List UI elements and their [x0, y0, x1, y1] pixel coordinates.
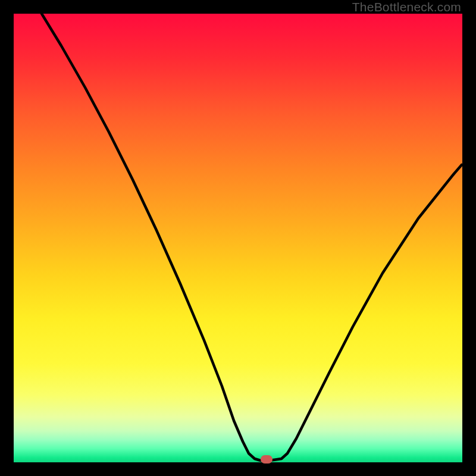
chart-plot-area: [14, 14, 462, 462]
chart-frame: TheBottleneck.com: [0, 0, 476, 476]
curve-path: [42, 14, 462, 461]
bottleneck-curve: [14, 14, 462, 462]
watermark-text: TheBottleneck.com: [352, 0, 461, 14]
optimal-point-marker: [261, 455, 273, 464]
